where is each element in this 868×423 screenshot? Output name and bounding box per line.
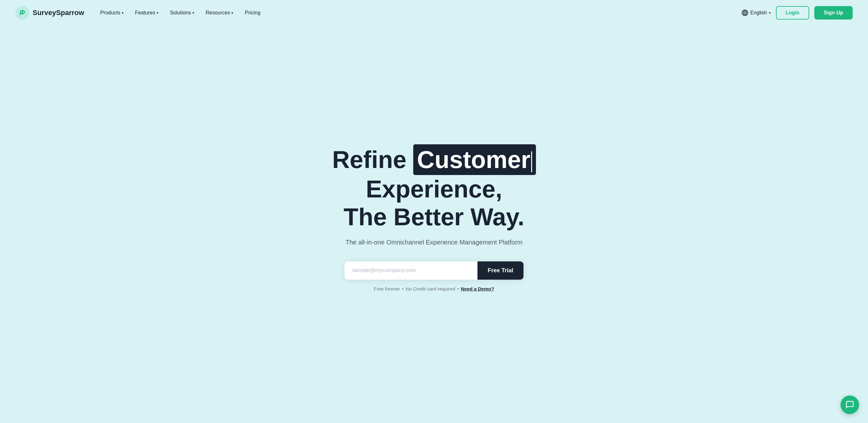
signup-button[interactable]: Sign Up (814, 6, 852, 20)
nav-resources[interactable]: Resources ▾ (202, 7, 238, 18)
hero-footnote: Free forever • No Credit card required •… (374, 286, 494, 291)
svg-point-1 (21, 11, 22, 13)
language-chevron-icon: ▾ (769, 11, 771, 15)
chat-button[interactable] (840, 395, 859, 414)
language-selector[interactable]: English ▾ (741, 9, 771, 16)
nav-right: English ▾ Login Sign Up (741, 6, 852, 20)
hero-title-line2: The Better Way. (290, 203, 578, 231)
cursor-blink (531, 151, 532, 172)
logo-link[interactable]: SurveySparrow (16, 6, 84, 20)
nav-solutions[interactable]: Solutions ▾ (165, 7, 199, 18)
resources-chevron-icon: ▾ (231, 11, 233, 15)
svg-point-2 (23, 11, 24, 13)
hero-section: Refine Customer Experience, The Better W… (0, 26, 868, 423)
nav-products[interactable]: Products ▾ (96, 7, 128, 18)
nav-left: SurveySparrow Products ▾ Features ▾ Solu… (16, 6, 265, 20)
login-button[interactable]: Login (776, 6, 809, 20)
hero-highlight-word: Customer (413, 144, 536, 175)
globe-icon (741, 9, 748, 16)
features-chevron-icon: ▾ (157, 11, 158, 15)
chat-icon (845, 400, 854, 409)
nav-features[interactable]: Features ▾ (131, 7, 163, 18)
email-input[interactable] (344, 261, 477, 280)
logo-text: SurveySparrow (33, 9, 84, 17)
hero-title-line1: Refine Customer Experience, (290, 144, 578, 203)
email-form: Free Trial (344, 261, 524, 280)
demo-link[interactable]: Need a Demo? (461, 286, 494, 291)
hero-title: Refine Customer Experience, The Better W… (290, 144, 578, 231)
dot-separator-2: • (457, 286, 459, 291)
products-chevron-icon: ▾ (122, 11, 124, 15)
main-nav: SurveySparrow Products ▾ Features ▾ Solu… (0, 0, 868, 26)
nav-pricing[interactable]: Pricing (240, 7, 265, 18)
nav-links: Products ▾ Features ▾ Solutions ▾ Resour… (96, 7, 265, 18)
logo-icon (16, 6, 29, 20)
solutions-chevron-icon: ▾ (192, 11, 194, 15)
free-trial-button[interactable]: Free Trial (477, 261, 524, 280)
dot-separator-1: • (402, 286, 404, 291)
hero-subtitle: The all-in-one Omnichannel Experience Ma… (345, 239, 523, 246)
